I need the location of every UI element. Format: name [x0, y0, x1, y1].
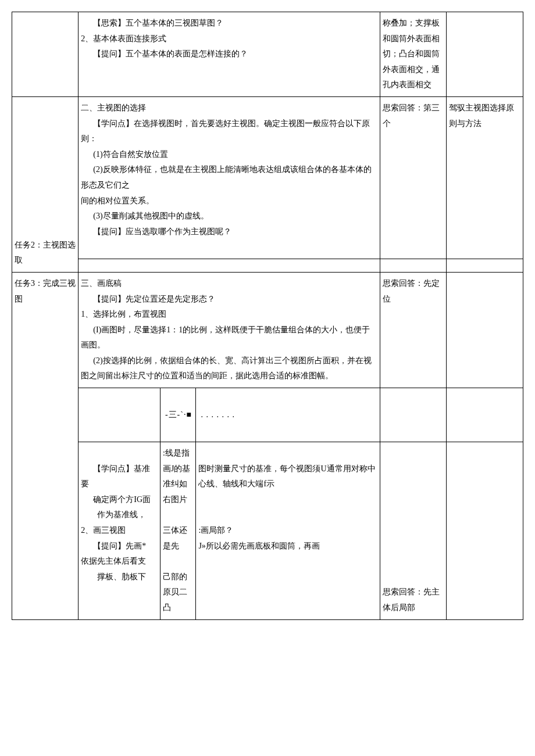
r1-c1 [12, 12, 79, 97]
r2-l3: (2)反映形体特征，也就是在主视图上能清晰地表达组成该组合体的各基本体的形态及它… [81, 162, 377, 193]
r5-c4-l3: J»所以必需先画底板和圆筒，再画 [198, 539, 377, 554]
lesson-plan-table: 【思索】五个基本体的三视图草图？ 2、基本体表面连接形式 【提问】五个基本体的表… [12, 12, 523, 620]
r2-l4: 间的相对位置关系。 [81, 194, 377, 209]
task3-label: 任务3：完成三视图 [12, 272, 79, 619]
r3-right: 思索回答：先定位 [380, 272, 446, 388]
r1-c6 [447, 12, 523, 97]
r5-c2: 【学问点】基准要 确定两个方IG面 作为基准线， 2、画三视图 【提问】先画* … [79, 442, 160, 620]
r5-c2-l7: 撑板、肋板下 [81, 569, 158, 585]
r1-l2: 2、基本体表面连接形式 [81, 31, 377, 47]
r3-heading: 三、画底稿 [81, 276, 377, 292]
r5-c4-l2: :画局部？ [198, 523, 377, 539]
r5-c3: :线是指画J的基准纠如右图片 三体还是先 己部的原贝二凸 [160, 442, 196, 620]
r2-l6: 【提问】应当选取哪个作为主视图呢？ [81, 224, 377, 240]
r2-e6 [447, 259, 523, 272]
r1-l1: 【思索】五个基本体的三视图草图？ [81, 16, 377, 31]
r2-content: 二、主视图的选择 【学问点】在选择视图时，首先要选好主视图。确定主视图一般应符合… [79, 96, 380, 259]
r1-l3: 【提问】五个基本体的表面是怎样连接的？ [81, 46, 377, 62]
r4-c5 [380, 388, 446, 442]
r2-e5 [380, 259, 446, 272]
r4-c2 [79, 388, 160, 442]
r4-diagram-right: . . . . . . . [196, 388, 380, 442]
r5-c2-l3: 作为基准线， [81, 507, 158, 523]
r5-right: 思索回答：先主体后局部 [380, 442, 446, 620]
r4-diagram-left: -三-`·■ [160, 388, 196, 442]
r3-content: 三、画底稿 【提问】先定位置还是先定形态？ 1、选择比例，布置视图 (I)画图时… [79, 272, 380, 388]
r3-l3: (I)画图时，尽量选择1：1的比例，这样既便于干脆估量组合体的大小，也便于画图。 [81, 323, 377, 353]
r5-c2-l2: 确定两个方IG面 [81, 492, 158, 508]
r1-right: 称叠加；支撑板和圆筒外表面相切；凸台和圆筒外表面相交，通孔内表面相交 [380, 12, 446, 97]
r5-c2-l1: 【学问点】基准要 [81, 461, 158, 492]
r2-l1: 【学问点】在选择视图时，首先要选好主视图。确定主视图一般应符合以下原则： [81, 116, 377, 147]
r2-right5: 思索回答：第三个 [380, 96, 446, 259]
r5-c3-l1: :线是指画J的基准纠如右图片 [163, 446, 194, 507]
r3-l4: (2)按选择的比例，依据组合体的长、宽、高计算出三个视图所占面积，并在视图之间留… [81, 353, 377, 384]
r5-c3-l2: 三体还是先 [163, 523, 194, 554]
r5-c6 [447, 442, 523, 620]
r2-right6: 驾驭主视图选择原则与方法 [447, 96, 523, 259]
r5-c4-l1: 图时测量尺寸的基准，每个视图须U通常用对称中心线、轴线和大端f示 [198, 461, 377, 492]
r5-c2-l5: 【提问】先画* [81, 539, 158, 554]
r4-c6 [447, 388, 523, 442]
task2-label: 任务2：主视图选取 [12, 96, 79, 272]
r3-c6 [447, 272, 523, 388]
r2-heading: 二、主视图的选择 [81, 101, 377, 116]
r2-l5: (3)尽量削减其他视图中的虚线。 [81, 209, 377, 224]
r5-c3-l3: 己部的原贝二凸 [163, 569, 194, 616]
r3-l1: 【提问】先定位置还是先定形态？ [81, 292, 377, 307]
r2-empty [79, 259, 380, 272]
r2-l2: (1)符合自然安放位置 [81, 147, 377, 163]
r5-c2-l4: 2、画三视图 [81, 523, 158, 539]
r5-c4: 图时测量尺寸的基准，每个视图须U通常用对称中心线、轴线和大端f示 :画局部？ J… [196, 442, 380, 620]
r5-c2-l6: 依据先主体后看支 [81, 554, 158, 569]
r3-l2: 1、选择比例，布置视图 [81, 307, 377, 323]
r1-content: 【思索】五个基本体的三视图草图？ 2、基本体表面连接形式 【提问】五个基本体的表… [79, 12, 380, 97]
